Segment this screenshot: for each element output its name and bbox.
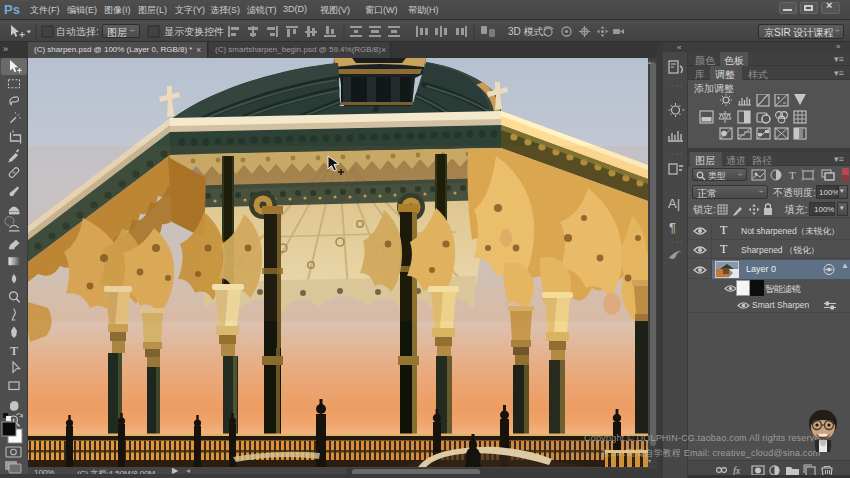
svg-text:A|: A|: [668, 196, 680, 211]
svg-text:¶: ¶: [669, 220, 676, 235]
svg-text:T: T: [10, 344, 18, 358]
svg-text:T: T: [789, 169, 796, 181]
svg-text:«: «: [677, 43, 682, 52]
